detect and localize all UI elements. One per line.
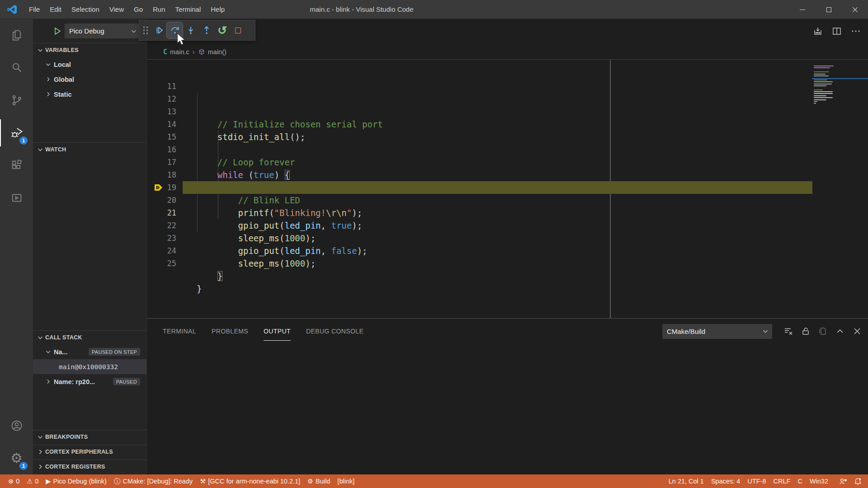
code-line[interactable]: 15 // Loop forever [147,105,868,118]
paused-badge: PAUSED [113,378,140,385]
cortex-registers-header[interactable]: CORTEX REGISTERS [33,460,146,474]
call-stack-thread[interactable]: Name: rp20... PAUSED [33,374,146,389]
code-line[interactable]: 20 gpio_put(led_pin, true); [147,169,868,181]
cortex-peripherals-header[interactable]: CORTEX PERIPHERALS [33,445,146,459]
maximize-panel-icon[interactable] [835,326,845,337]
chevron-right-icon [45,76,51,82]
step-out-button[interactable] [198,22,214,38]
chevron-right-icon [37,464,43,470]
menu-item[interactable]: Edit [45,0,66,19]
settings-gear-icon[interactable]: ⚙ 1 [0,442,33,474]
code-line[interactable]: 18 // Blink LED [147,143,868,156]
menu-item[interactable]: Terminal [170,0,206,19]
code-area[interactable]: 11 12 // Initialize chosen serial port 1… [147,60,868,318]
status-item[interactable]: CRLF [770,474,794,488]
breadcrumb-file[interactable]: main.c [170,48,189,56]
breakpoints-header[interactable]: BREAKPOINTS [33,430,146,444]
code-line[interactable]: 14 [147,93,868,105]
status-item[interactable]: ⚙ Build [304,474,334,488]
panel-tab[interactable]: PROBLEMS [212,319,248,344]
lock-scroll-icon[interactable] [800,326,811,337]
clear-output-icon[interactable] [783,326,794,337]
code-line[interactable]: 12 // Initialize chosen serial port [147,67,868,80]
settings-badge: 1 [19,462,28,470]
accounts-icon[interactable] [0,409,33,442]
status-item[interactable]: Spaces: 4 [708,474,744,488]
extensions-icon[interactable] [0,149,33,182]
variables-scope-global[interactable]: Global [33,72,146,87]
explorer-icon[interactable] [0,19,33,52]
minimap[interactable] [812,60,844,318]
variables-scope-local[interactable]: Local [33,57,146,72]
stop-button[interactable] [230,22,246,38]
chevron-down-icon [131,28,137,34]
restart-button[interactable]: ↺ [214,22,230,38]
status-item[interactable]: ⚠ 0 [23,474,42,488]
code-line[interactable]: 11 [147,60,868,67]
menu-item[interactable]: View [104,0,129,19]
debug-sidebar: Pico Debug VARIABLES Local Global Static… [33,19,147,474]
code-line[interactable]: 16 while (true) { [147,118,868,131]
code-line[interactable]: 22 gpio_put(led_pin, false); [147,194,868,206]
status-item[interactable]: [blink] [334,474,358,488]
line-number[interactable]: 25 [156,257,176,270]
menu-item[interactable]: Help [206,0,230,19]
step-into-button[interactable] [183,22,198,38]
panel-tab[interactable]: DEBUG CONSOLE [306,319,363,344]
watch-header[interactable]: WATCH [33,143,146,156]
call-stack-thread[interactable]: Na... PAUSED ON STEP [33,344,146,359]
activity-bar: 1 ⚙ 1 [0,19,33,474]
menu-item[interactable]: File [24,0,45,19]
close-panel-icon[interactable] [852,326,863,337]
code-line[interactable]: 25 } [147,232,868,244]
status-item[interactable]: Win32 [806,474,832,488]
more-actions-icon[interactable] [850,25,862,37]
variables-header[interactable]: VARIABLES [33,43,146,57]
start-debugging-icon[interactable] [53,27,62,36]
continue-button[interactable] [151,22,167,38]
code-line[interactable]: 24 } [147,219,868,232]
split-editor-icon[interactable] [831,25,843,37]
minimap-current-line-marker [812,78,868,79]
maximize-icon[interactable] [816,0,842,19]
menu-item[interactable]: Run [148,0,170,19]
breadcrumb-symbol[interactable]: main() [208,48,226,56]
chevron-right-icon [37,449,43,455]
debug-badge: 1 [19,136,28,145]
bell-icon[interactable] [850,474,865,488]
status-item[interactable]: C [794,474,806,488]
menu-item[interactable]: Selection [66,0,104,19]
variables-scope-static[interactable]: Static [33,87,146,102]
step-over-button[interactable] [167,22,183,38]
status-item[interactable]: ⓘ CMake: [Debug]: Ready [110,474,196,488]
code-line[interactable]: 17 [147,131,868,143]
panel-tabs: TERMINALPROBLEMSOUTPUTDEBUG CONSOLE [163,319,379,344]
editor-actions [812,25,862,37]
minimize-icon[interactable] [789,0,816,19]
code-line[interactable]: 13 stdio_init_all(); [147,80,868,93]
run-or-debug-icon[interactable] [812,25,824,37]
call-stack-header[interactable]: CALL STACK [33,331,146,344]
close-icon[interactable] [842,0,868,19]
search-icon[interactable] [0,52,33,84]
menu-item[interactable]: Go [129,0,148,19]
pico-project-icon[interactable] [0,182,33,214]
drag-handle-icon[interactable] [142,24,149,36]
launch-config-select[interactable]: Pico Debug [65,23,141,38]
code-line[interactable]: 19 printf("Blinking!\r\n"); [147,156,868,169]
source-control-icon[interactable] [0,84,33,117]
output-channel-select[interactable]: CMake/Build [662,324,772,339]
code-line[interactable]: 23 sleep_ms(1000); [147,206,868,219]
call-stack-frame[interactable]: main@0x10000332 [33,359,146,374]
feedback-icon[interactable] [835,474,850,488]
run-and-debug-icon[interactable]: 1 [0,117,33,149]
code-line[interactable]: 21 sleep_ms(1000); [147,181,868,194]
open-output-in-editor-icon[interactable] [817,326,828,337]
panel-tab[interactable]: OUTPUT [264,319,291,344]
status-item[interactable]: ⊗ 0 [5,474,23,488]
status-item[interactable]: ⚒ [GCC for arm-none-eabi 10.2.1] [196,474,304,488]
status-item[interactable]: UTF-8 [744,474,769,488]
panel-tab[interactable]: TERMINAL [163,319,196,344]
status-item[interactable]: Ln 21, Col 1 [665,474,708,488]
status-item[interactable]: ▶ Pico Debug (blink) [42,474,110,488]
